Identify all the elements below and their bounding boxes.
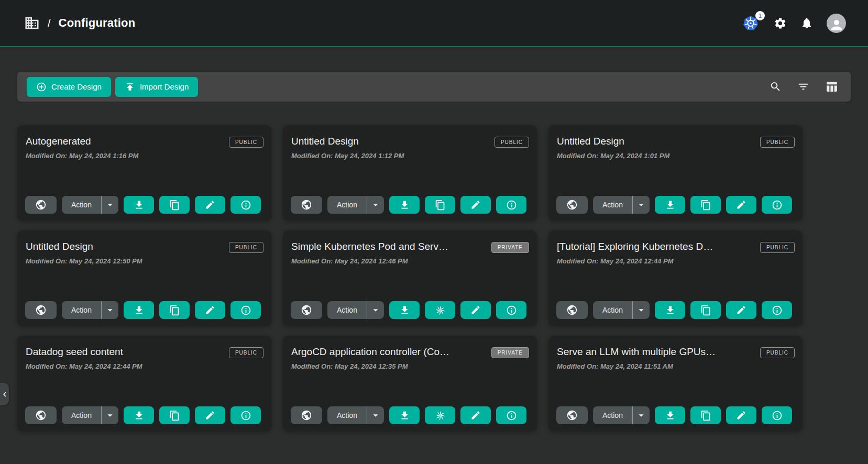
bell-icon: [800, 17, 813, 29]
sidebar-collapse-handle[interactable]: [0, 383, 9, 405]
publish-design-button[interactable]: [291, 301, 322, 319]
design-title: Datadog seed content: [26, 346, 219, 358]
globe-icon: [566, 199, 578, 211]
app-header: / Configuration: [0, 0, 868, 47]
action-dropdown-button[interactable]: Action: [593, 196, 650, 214]
settings-button[interactable]: [774, 17, 787, 30]
clone-design-button[interactable]: [425, 196, 455, 214]
design-card: Datadog seed content Modified On: May 24…: [17, 336, 271, 431]
info-icon: [506, 305, 517, 316]
design-title: Untitled Design: [557, 136, 751, 147]
download-design-button[interactable]: [389, 406, 420, 424]
chevron-down-icon[interactable]: [102, 304, 118, 316]
create-design-button[interactable]: Create Design: [27, 77, 111, 97]
add-circle-icon: [36, 82, 47, 92]
download-icon: [665, 410, 676, 421]
action-dropdown-button[interactable]: Action: [327, 196, 384, 214]
user-avatar[interactable]: [827, 14, 846, 33]
chevron-down-icon[interactable]: [367, 199, 384, 211]
design-card-actions: Action: [556, 406, 795, 424]
chevron-down-icon[interactable]: [102, 410, 118, 421]
clone-design-button[interactable]: [159, 196, 190, 214]
design-info-button[interactable]: [230, 196, 261, 214]
organization-icon[interactable]: [24, 15, 40, 31]
copy-icon: [169, 410, 180, 421]
download-design-button[interactable]: [655, 196, 685, 214]
chevron-down-icon[interactable]: [367, 304, 384, 316]
info-icon: [240, 410, 251, 421]
design-title: Autogenerated: [26, 136, 219, 147]
design-info-button[interactable]: [496, 301, 526, 319]
edit-design-button[interactable]: [726, 196, 756, 214]
action-dropdown-button[interactable]: Action: [327, 301, 384, 319]
design-info-button[interactable]: [762, 406, 792, 424]
publish-design-button[interactable]: [291, 196, 322, 214]
publish-design-button[interactable]: [25, 196, 57, 214]
edit-design-button[interactable]: [195, 406, 225, 424]
edit-design-button[interactable]: [726, 301, 756, 319]
chevron-down-icon[interactable]: [367, 410, 384, 421]
download-design-button[interactable]: [655, 406, 685, 424]
person-icon: [829, 17, 844, 33]
clone-design-button[interactable]: [159, 406, 190, 424]
design-info-button[interactable]: [762, 301, 792, 319]
edit-design-button[interactable]: [460, 301, 491, 319]
publish-design-button[interactable]: [556, 406, 588, 424]
chevron-down-icon[interactable]: [633, 304, 650, 316]
clone-design-button[interactable]: [425, 301, 455, 319]
action-dropdown-button[interactable]: Action: [593, 406, 650, 424]
download-design-button[interactable]: [655, 301, 685, 319]
edit-design-button[interactable]: [460, 406, 491, 424]
clone-design-button[interactable]: [425, 406, 455, 424]
design-card: Untitled Design Modified On: May 24, 202…: [17, 230, 271, 326]
filter-button[interactable]: [797, 81, 809, 93]
chevron-down-icon[interactable]: [633, 410, 650, 421]
edit-design-button[interactable]: [195, 196, 225, 214]
notifications-button[interactable]: [800, 17, 813, 29]
design-info-button[interactable]: [230, 406, 261, 424]
table-view-button[interactable]: [825, 80, 838, 93]
publish-design-button[interactable]: [556, 301, 588, 319]
edit-design-button[interactable]: [460, 196, 491, 214]
publish-design-button[interactable]: [25, 301, 57, 319]
import-design-button[interactable]: Import Design: [115, 77, 198, 97]
download-icon: [665, 305, 676, 316]
clone-design-button[interactable]: [690, 301, 721, 319]
kubernetes-context-button[interactable]: 1: [741, 14, 760, 32]
clone-design-button[interactable]: [690, 406, 721, 424]
action-dropdown-button[interactable]: Action: [62, 196, 118, 214]
search-button[interactable]: [770, 81, 782, 93]
globe-icon: [35, 410, 47, 421]
publish-design-button[interactable]: [291, 406, 322, 424]
chevron-left-icon: [0, 390, 9, 399]
design-info-button[interactable]: [496, 406, 526, 424]
action-dropdown-button[interactable]: Action: [327, 406, 384, 424]
design-modified-date: Modified On: May 24, 2024 12:46 PM: [291, 257, 529, 265]
clone-design-button[interactable]: [690, 196, 721, 214]
chevron-down-icon[interactable]: [633, 199, 650, 211]
clone-design-button[interactable]: [159, 301, 190, 319]
design-info-button[interactable]: [230, 301, 261, 319]
download-design-button[interactable]: [124, 301, 154, 319]
design-card-actions: Action: [291, 301, 529, 319]
publish-design-button[interactable]: [25, 406, 57, 424]
action-dropdown-button[interactable]: Action: [593, 301, 650, 319]
visibility-badge: PRIVATE: [491, 242, 529, 253]
design-modified-date: Modified On: May 24, 2024 12:44 PM: [557, 257, 794, 265]
action-dropdown-button[interactable]: Action: [62, 301, 118, 319]
download-design-button[interactable]: [124, 406, 154, 424]
design-info-button[interactable]: [762, 196, 792, 214]
edit-design-button[interactable]: [726, 406, 756, 424]
download-design-button[interactable]: [389, 196, 420, 214]
design-card: Autogenerated Modified On: May 24, 2024 …: [17, 125, 271, 220]
download-design-button[interactable]: [389, 301, 420, 319]
publish-design-button[interactable]: [556, 196, 588, 214]
globe-icon: [35, 199, 47, 211]
action-dropdown-button[interactable]: Action: [62, 406, 118, 424]
chevron-down-icon[interactable]: [102, 199, 118, 211]
download-design-button[interactable]: [124, 196, 154, 214]
design-info-button[interactable]: [496, 196, 526, 214]
copy-icon: [435, 200, 446, 211]
app-root: / Configuration: [0, 0, 868, 464]
edit-design-button[interactable]: [195, 301, 225, 319]
